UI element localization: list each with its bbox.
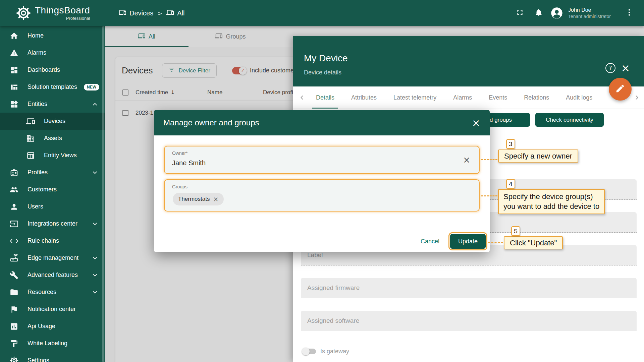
entities-icon (10, 100, 18, 109)
sidebar-item-settings[interactable]: Settings (0, 352, 105, 362)
sidebar-item-label: Customers (28, 186, 105, 193)
sidebar-item-devices[interactable]: Devices (0, 113, 105, 130)
fullscreen-icon (516, 8, 524, 18)
sidebar-item-assets[interactable]: Assets (0, 130, 105, 147)
sidebar-item-alarms[interactable]: Alarms (0, 44, 105, 61)
sidebar-item-white-labeling[interactable]: White Labeling (0, 335, 105, 352)
sidebar-item-entities[interactable]: Entities (0, 96, 105, 113)
chip-remove-icon[interactable]: × (213, 195, 218, 203)
thingsboard-logo-icon (16, 6, 31, 20)
devices-icon (26, 117, 35, 126)
topbar-actions: John Doe Tenant administrator (513, 6, 644, 20)
sidebar-item-entity-views[interactable]: Entity Views (0, 147, 105, 164)
cancel-button[interactable]: Cancel (419, 235, 441, 248)
step-3-badge: 3 (506, 139, 515, 149)
sidebar-item-edge-management[interactable]: Edge management (0, 249, 105, 266)
panel-tab-events[interactable]: Events (480, 86, 516, 109)
gear-icon (10, 356, 18, 362)
panel-tab-latest-telemetry[interactable]: Latest telemetry (385, 86, 445, 109)
breadcrumb-devices-label: Devices (129, 9, 153, 17)
assigned-firmware-placeholder: Assigned firmware (307, 284, 360, 292)
sidebar-item-solution-templates[interactable]: Solution templatesNEW (0, 78, 105, 96)
sidebar-item-advanced-features[interactable]: Advanced features (0, 266, 105, 284)
sidebar: HomeAlarmsDashboardsSolution templatesNE… (0, 26, 105, 362)
sidebar-item-resources[interactable]: Resources (0, 284, 105, 301)
sidebar-item-label: Advanced features (28, 272, 91, 279)
sidebar-item-notification-center[interactable]: Notification center (0, 301, 105, 318)
fullscreen-button[interactable] (513, 6, 527, 20)
panel-tab-audit-logs[interactable]: Audit logs (557, 86, 601, 109)
tabs-scroll-left-icon[interactable] (296, 94, 308, 101)
new-badge: NEW (84, 84, 99, 90)
alarms-icon (10, 49, 18, 57)
top-header: ThingsBoard Professional Devices > All J… (0, 0, 644, 26)
bell-icon (534, 8, 543, 18)
sidebar-item-label: Profiles (28, 169, 91, 176)
chevron-down-icon (91, 169, 99, 176)
is-gateway-row: Is gateway (303, 348, 349, 355)
toggle-knob (302, 348, 310, 355)
app-edition: Professional (66, 16, 90, 21)
notification-icon (10, 305, 18, 314)
breadcrumb-all[interactable]: All (166, 9, 184, 18)
step-3-callout: Specify a new owner (498, 149, 578, 163)
callout-connector-5 (488, 242, 503, 243)
update-button[interactable]: Update (450, 234, 486, 249)
step-5-callout: Click "Update" (504, 236, 563, 249)
sidebar-item-users[interactable]: Users (0, 198, 105, 215)
sidebar-item-customers[interactable]: Customers (0, 181, 105, 198)
integrations-icon (10, 220, 18, 228)
group-chip-thermostats[interactable]: Thermostats × (173, 193, 224, 205)
sidebar-item-profiles[interactable]: Profiles (0, 164, 105, 181)
sidebar-item-home[interactable]: Home (0, 27, 105, 44)
device-title: My Device (304, 53, 644, 64)
owner-field-label: Owner* (172, 150, 188, 156)
sidebar-item-label: Settings (28, 357, 105, 362)
panel-close-button[interactable]: × (620, 62, 632, 74)
notifications-button[interactable] (531, 6, 546, 20)
sidebar-item-rule-chains[interactable]: Rule chains (0, 232, 105, 249)
device-subtitle: Device details (304, 69, 644, 76)
breadcrumb-devices[interactable]: Devices (119, 9, 153, 18)
sidebar-item-api-usage[interactable]: Api Usage (0, 318, 105, 335)
groups-field-label: Groups (172, 184, 187, 189)
sidebar-item-dashboards[interactable]: Dashboards (0, 61, 105, 78)
dialog-header: Manage owner and groups × (154, 110, 490, 135)
kebab-menu-icon (625, 8, 634, 18)
panel-tab-details[interactable]: Details (308, 86, 343, 109)
owner-clear-icon[interactable]: × (463, 155, 470, 165)
help-button[interactable]: ? (605, 63, 615, 73)
user-avatar[interactable] (550, 6, 564, 20)
assigned-firmware-field[interactable]: Assigned firmware (301, 278, 637, 298)
panel-tab-attributes[interactable]: Attributes (343, 86, 385, 109)
home-icon (10, 32, 18, 40)
sidebar-item-label: Integrations center (28, 220, 91, 227)
tabs-scroll-right-icon[interactable] (631, 94, 643, 101)
user-info[interactable]: John Doe Tenant administrator (568, 7, 618, 20)
manage-owner-groups-dialog: Manage owner and groups × Owner* Jane Sm… (154, 110, 490, 252)
sidebar-item-integrations-center[interactable]: Integrations center (0, 215, 105, 232)
advanced-icon (10, 271, 18, 280)
breadcrumb: Devices > All (119, 9, 184, 18)
is-gateway-toggle[interactable] (303, 349, 316, 354)
views-icon (26, 151, 35, 160)
sidebar-item-label: Alarms (28, 49, 105, 56)
sidebar-item-label: White Labeling (28, 340, 105, 347)
owner-field[interactable]: Owner* Jane Smith × (164, 146, 480, 174)
assigned-software-field[interactable]: Assigned software (301, 311, 637, 331)
chevron-up-icon (91, 101, 99, 108)
callout-connector-4 (481, 195, 497, 196)
sidebar-item-label: Edge management (28, 254, 91, 261)
app-root: ThingsBoard Professional Devices > All J… (0, 0, 644, 362)
rules-icon (10, 237, 18, 245)
panel-tab-alarms[interactable]: Alarms (445, 86, 480, 109)
more-menu-button[interactable] (622, 6, 637, 20)
panel-tab-relations[interactable]: Relations (516, 86, 557, 109)
edit-fab[interactable] (609, 78, 632, 101)
sidebar-scrollbar[interactable] (102, 26, 104, 362)
chip-label: Thermostats (178, 196, 210, 202)
groups-field[interactable]: Groups Thermostats × (164, 179, 480, 212)
app-logo[interactable]: ThingsBoard Professional (0, 5, 105, 20)
dialog-close-button[interactable]: × (472, 117, 480, 129)
check-connectivity-button[interactable]: Check connectivity (535, 113, 604, 127)
